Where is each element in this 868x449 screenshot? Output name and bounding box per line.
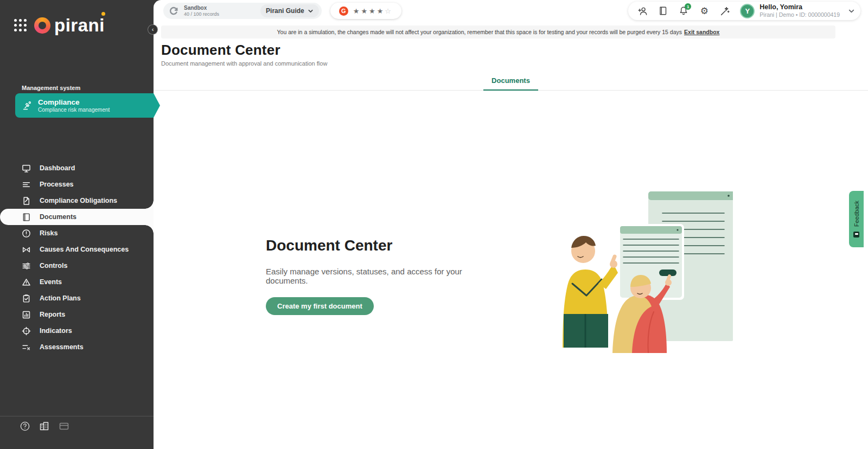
- target-icon: [22, 326, 31, 336]
- list-icon: [22, 180, 31, 189]
- feedback-label: Feedback: [853, 201, 860, 227]
- sidebar-item-action-plans[interactable]: Action Plans: [0, 290, 154, 306]
- page-title: Document Center: [161, 42, 868, 59]
- sidebar-item-documents[interactable]: Documents: [0, 209, 154, 225]
- sandbox-pill[interactable]: Sandbox 40 / 100 records Pirani Guide: [163, 3, 322, 19]
- notification-badge: 1: [685, 3, 691, 10]
- simulation-banner: You are in a simulation, the changes mad…: [161, 25, 835, 39]
- exit-sandbox-link[interactable]: Exit sandbox: [684, 29, 719, 35]
- user-greeting: Hello, Yomira: [760, 3, 840, 11]
- module-subtitle: Compliance risk management: [38, 107, 110, 113]
- user-texts: Hello, Yomira Pirani | Demo • ID: 000000…: [760, 3, 840, 18]
- sidebar-menu: Dashboard Processes Compliance Obligatio…: [0, 160, 154, 355]
- simulation-banner-text: You are in a simulation, the changes mad…: [277, 29, 682, 35]
- clipboard-check-icon: [22, 294, 31, 303]
- empty-state: Document Center Easily manage versions, …: [266, 237, 494, 315]
- section-label: Management system: [22, 85, 80, 91]
- sidebar-item-reports[interactable]: Reports: [0, 306, 154, 323]
- monitor-icon: [22, 164, 31, 173]
- sidebar-item-label: Risks: [40, 229, 58, 237]
- library-book-icon[interactable]: [658, 5, 668, 16]
- empty-star-icon[interactable]: ☆: [385, 7, 393, 15]
- sidebar-item-label: Processes: [40, 181, 74, 188]
- user-menu[interactable]: Y Hello, Yomira Pirani | Demo • ID: 0000…: [740, 3, 855, 18]
- g2-logo-icon: G: [339, 7, 348, 16]
- sidebar-item-label: Action Plans: [40, 294, 81, 302]
- avatar: Y: [740, 4, 755, 18]
- pirani-guide-label: Pirani Guide: [266, 7, 304, 15]
- chevron-down-icon: [308, 8, 314, 14]
- alert-circle-icon: [22, 229, 31, 238]
- tab-documents[interactable]: Documents: [483, 73, 538, 90]
- sidebar-item-label: Assessments: [40, 343, 84, 351]
- g2-rating-widget[interactable]: G ★★★★☆: [330, 3, 401, 19]
- book-icon: [22, 213, 31, 222]
- sidebar-item-label: Compliance Obligations: [40, 197, 117, 204]
- user-meta: Pirani | Demo • ID: 0000000419: [760, 11, 840, 18]
- sidebar-item-dashboard[interactable]: Dashboard: [0, 160, 154, 176]
- warning-triangle-icon: [22, 278, 31, 287]
- sidebar-item-risks[interactable]: Risks: [0, 225, 154, 241]
- sidebar-item-processes[interactable]: Processes: [0, 176, 154, 193]
- pirani-logo-text: pirani: [54, 16, 105, 34]
- topbar: Sandbox 40 / 100 records Pirani Guide G …: [154, 0, 868, 22]
- sandbox-text: Sandbox 40 / 100 records: [184, 5, 219, 17]
- magic-wand-icon[interactable]: [719, 5, 730, 16]
- empty-state-description: Easily manage versions, statuses, and ac…: [266, 267, 494, 285]
- sidebar-item-label: Controls: [40, 262, 67, 270]
- sliders-icon: [22, 261, 31, 271]
- title-block: Document Center Document management with…: [161, 42, 868, 67]
- feedback-icon: [853, 232, 859, 238]
- sandbox-icon: [169, 6, 178, 16]
- create-first-document-button[interactable]: Create my first document: [266, 297, 374, 315]
- sidebar-footer: [20, 421, 69, 432]
- help-icon[interactable]: [20, 421, 30, 432]
- chevron-down-icon: [848, 8, 855, 15]
- pirani-guide-button[interactable]: Pirani Guide: [260, 4, 319, 17]
- pirani-logo-dot-icon: [101, 12, 105, 16]
- invite-user-icon[interactable]: [637, 5, 648, 16]
- sidebar-collapse-button[interactable]: ‹: [148, 24, 158, 35]
- empty-state-illustration: [542, 187, 733, 353]
- pirani-logo: pirani: [34, 16, 105, 34]
- module-card-compliance[interactable]: Compliance Compliance risk management: [15, 93, 154, 118]
- settings-gear-icon[interactable]: ⚙: [699, 5, 710, 16]
- main-panel: Sandbox 40 / 100 records Pirani Guide G …: [154, 0, 868, 449]
- sidebar-item-label: Events: [40, 278, 62, 286]
- sidebar-item-compliance-obligations[interactable]: Compliance Obligations: [0, 193, 154, 209]
- feedback-tab[interactable]: Feedback: [849, 191, 864, 247]
- billing-card-icon[interactable]: [59, 421, 69, 432]
- sidebar-item-label: Dashboard: [40, 164, 75, 172]
- tab-bar: Documents: [154, 73, 868, 91]
- page-subtitle: Document management with approval and co…: [161, 60, 868, 67]
- sidebar-item-indicators[interactable]: Indicators: [0, 323, 154, 339]
- organization-icon[interactable]: [39, 421, 50, 432]
- sidebar-item-label: Reports: [40, 311, 65, 318]
- sidebar-item-causes-and-consequences[interactable]: Causes And Consequences: [0, 241, 154, 258]
- sidebar-item-label: Indicators: [40, 327, 72, 335]
- sandbox-records: 40 / 100 records: [184, 11, 219, 17]
- sidebar-item-label: Causes And Consequences: [40, 246, 129, 253]
- topbar-right-group: 1 ⚙ Y Hello, Yomira Pirani | Demo • ID: …: [628, 2, 860, 20]
- sidebar-item-controls[interactable]: Controls: [0, 258, 154, 274]
- pirani-logo-ring-icon: [34, 17, 50, 34]
- sandbox-label: Sandbox: [184, 5, 219, 11]
- module-texts: Compliance Compliance risk management: [38, 98, 110, 113]
- rating-stars[interactable]: ★★★★☆: [353, 7, 393, 15]
- bowtie-icon: [22, 245, 31, 254]
- sidebar: pirani Management system Compliance Comp…: [0, 0, 154, 449]
- sidebar-item-events[interactable]: Events: [0, 274, 154, 290]
- content-area: Document Center Easily manage versions, …: [154, 91, 868, 435]
- checklist-icon: [22, 343, 31, 352]
- module-title: Compliance: [38, 98, 110, 106]
- bar-chart-icon: [22, 310, 31, 319]
- sidebar-item-assessments[interactable]: Assessments: [0, 339, 154, 355]
- sidebar-divider: [0, 416, 154, 416]
- sidebar-item-label: Documents: [40, 213, 76, 221]
- logo-row: pirani: [14, 16, 105, 34]
- gavel-icon: [22, 100, 33, 111]
- apps-grid-icon[interactable]: [14, 19, 27, 31]
- empty-state-title: Document Center: [266, 237, 494, 254]
- notifications-bell-icon[interactable]: 1: [678, 5, 689, 16]
- document-icon: [22, 196, 31, 206]
